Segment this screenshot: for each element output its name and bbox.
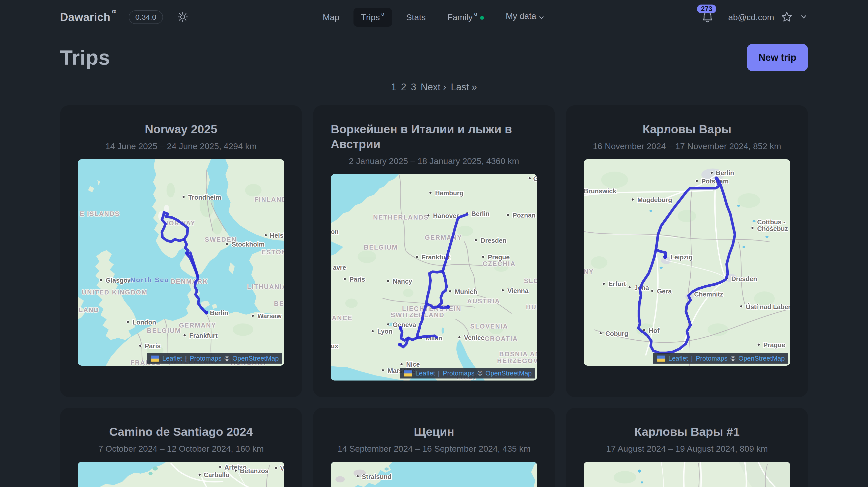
protomaps-link[interactable]: Protomaps	[190, 355, 221, 362]
nav-item-map[interactable]: Map	[315, 8, 347, 27]
pagination-last[interactable]: Last »	[451, 82, 477, 93]
svg-text:LITHUANIA: LITHUANIA	[247, 283, 284, 290]
trip-title[interactable]: Воркейшен в Италии и лыжи в Австрии	[331, 122, 537, 152]
trip-map-container[interactable]: E ISLANDSTrondheimFINLANDNORWAYSWEDENHel…	[78, 159, 284, 366]
svg-text:Betanzos: Betanzos	[240, 467, 269, 475]
notifications-button[interactable]: 273	[701, 10, 714, 24]
trip-card: Карловы Вары #1 17 August 2024 – 19 Augu…	[566, 408, 808, 487]
trip-title[interactable]: Карловы Вары	[643, 122, 732, 137]
svg-text:Hamburg: Hamburg	[435, 189, 463, 196]
svg-text:Venice: Venice	[464, 334, 485, 341]
trip-dates: 14 September 2024 – 16 September 2024, 4…	[337, 444, 531, 454]
trip-title[interactable]: Карловы Вары #1	[634, 424, 740, 439]
pagination-next[interactable]: Next ›	[421, 82, 446, 93]
trip-map[interactable]: E ISLANDSTrondheimFINLANDNORWAYSWEDENHel…	[78, 159, 284, 366]
svg-text:Carballo: Carballo	[204, 471, 229, 479]
theme-toggle-button[interactable]	[177, 11, 188, 23]
app-logo-text: Dawarich	[60, 11, 111, 23]
svg-text:Erfurt: Erfurt	[609, 280, 626, 287]
svg-text:Berlin: Berlin	[716, 169, 734, 176]
trip-map-container[interactable]	[584, 462, 790, 487]
trip-dates: 16 November 2024 – 17 November 2024, 852…	[593, 141, 781, 151]
svg-text:SLOVA: SLOVA	[524, 277, 537, 284]
svg-text:HUNG: HUNG	[526, 304, 537, 311]
trip-card: Norway 2025 14 June 2025 – 24 June 2025,…	[60, 105, 302, 397]
nav-item-stats[interactable]: Stats	[398, 8, 433, 27]
leaflet-link[interactable]: Leaflet	[669, 355, 688, 362]
protomaps-link[interactable]: Protomaps	[443, 369, 475, 377]
svg-text:LAND: LAND	[79, 306, 99, 313]
nav-item-family[interactable]: Familyα	[440, 8, 492, 27]
pagination: 1 2 3 Next › Last »	[60, 82, 808, 93]
trip-map[interactable]: ArteixoBetanzosVilaCarballo	[78, 462, 284, 487]
nav-item-label: Trips	[361, 12, 380, 22]
main-nav: Map Tripsα Stats Familyα My data	[315, 6, 553, 28]
trip-map-container[interactable]: GdHamburgNETHERLANDSHanoverBerlinPoznano…	[331, 174, 537, 381]
svg-text:Hof: Hof	[649, 327, 659, 334]
pagination-page-1[interactable]: 1	[391, 82, 396, 93]
svg-text:ESTONIA: ESTONIA	[262, 248, 284, 255]
svg-text:ux: ux	[331, 342, 339, 349]
svg-text:North Sea: North Sea	[130, 276, 169, 284]
svg-text:BELGIUM: BELGIUM	[147, 327, 181, 334]
copyright-symbol: ©	[224, 355, 229, 362]
attribution-separator: |	[691, 355, 693, 362]
svg-text:HERZEGOVINA: HERZEGOVINA	[497, 357, 537, 364]
copyright-symbol: ©	[731, 355, 735, 362]
svg-text:Warsaw: Warsaw	[257, 312, 282, 319]
app-logo[interactable]: Dawarichα	[60, 11, 115, 24]
alpha-superscript: α	[112, 7, 116, 15]
trips-grid: Norway 2025 14 June 2025 – 24 June 2025,…	[60, 105, 808, 487]
svg-text:Munich: Munich	[455, 288, 477, 295]
trip-dates: 17 August 2024 – 19 August 2024, 809 km	[606, 444, 768, 454]
svg-text:Gera: Gera	[657, 288, 672, 295]
trip-map-container[interactable]: Stralsund	[331, 462, 537, 487]
trip-card: Щецин 14 September 2024 – 16 September 2…	[313, 408, 555, 487]
trip-map-container[interactable]: ArteixoBetanzosVilaCarballo	[78, 462, 284, 487]
trip-map[interactable]: Stralsund	[331, 462, 537, 487]
trip-card: Воркейшен в Италии и лыжи в Австрии 2 Ja…	[313, 105, 555, 397]
svg-text:Helsin: Helsin	[270, 232, 284, 239]
nav-item-label: Family	[447, 12, 473, 22]
trip-dates: 7 October 2024 – 12 October 2024, 160 km	[98, 444, 264, 454]
nav-item-my-data[interactable]: My data	[498, 6, 553, 28]
openstreetmap-link[interactable]: OpenStreetMap	[738, 355, 785, 362]
trip-title[interactable]: Щецин	[414, 424, 454, 439]
user-email[interactable]: ab@cd.com	[728, 12, 774, 22]
svg-text:Ústí nad Labem: Ústí nad Labem	[746, 303, 790, 310]
notifications-count-badge: 273	[697, 4, 716, 13]
svg-text:Chóśebuz: Chóśebuz	[757, 225, 788, 232]
svg-text:Glasgow: Glasgow	[106, 277, 133, 284]
trip-map[interactable]: BerlinPotsdamBrunswickMagdeburgCottbus -…	[584, 159, 790, 366]
svg-text:SWITZERLAND: SWITZERLAND	[391, 311, 444, 318]
ukraine-flag-icon	[657, 356, 665, 362]
svg-text:Dresden: Dresden	[480, 237, 506, 244]
trip-map[interactable]: GdHamburgNETHERLANDSHanoverBerlinPoznano…	[331, 174, 537, 381]
trip-title[interactable]: Camino de Santiago 2024	[109, 424, 253, 439]
protomaps-link[interactable]: Protomaps	[696, 355, 728, 362]
svg-text:CROATIA: CROATIA	[485, 335, 518, 342]
new-trip-button[interactable]: New trip	[747, 44, 808, 71]
openstreetmap-link[interactable]: OpenStreetMap	[486, 369, 532, 377]
svg-text:Gd: Gd	[533, 175, 537, 182]
trip-map-container[interactable]: BerlinPotsdamBrunswickMagdeburgCottbus -…	[584, 159, 790, 366]
star-icon	[781, 11, 793, 24]
svg-text:Stralsund: Stralsund	[362, 473, 391, 480]
svg-text:FINLAND: FINLAND	[254, 196, 284, 203]
svg-text:Trondheim: Trondheim	[188, 193, 221, 201]
version-badge: 0.34.0	[129, 10, 163, 24]
nav-item-trips[interactable]: Tripsα	[353, 8, 392, 27]
trip-map[interactable]	[584, 462, 790, 487]
trip-card: Карловы Вары 16 November 2024 – 17 Novem…	[566, 105, 808, 397]
svg-text:Coburg: Coburg	[605, 330, 628, 337]
pagination-page-2[interactable]: 2	[401, 82, 406, 93]
trip-title[interactable]: Norway 2025	[145, 122, 217, 137]
svg-text:ANCE: ANCE	[332, 314, 352, 322]
user-menu-button[interactable]	[799, 12, 808, 22]
pagination-page-3[interactable]: 3	[411, 82, 416, 93]
leaflet-link[interactable]: Leaflet	[162, 355, 182, 362]
leaflet-link[interactable]: Leaflet	[415, 369, 435, 377]
openstreetmap-link[interactable]: OpenStreetMap	[232, 355, 279, 362]
svg-text:E ISLANDS: E ISLANDS	[80, 210, 120, 217]
favorites-button[interactable]	[781, 11, 793, 24]
